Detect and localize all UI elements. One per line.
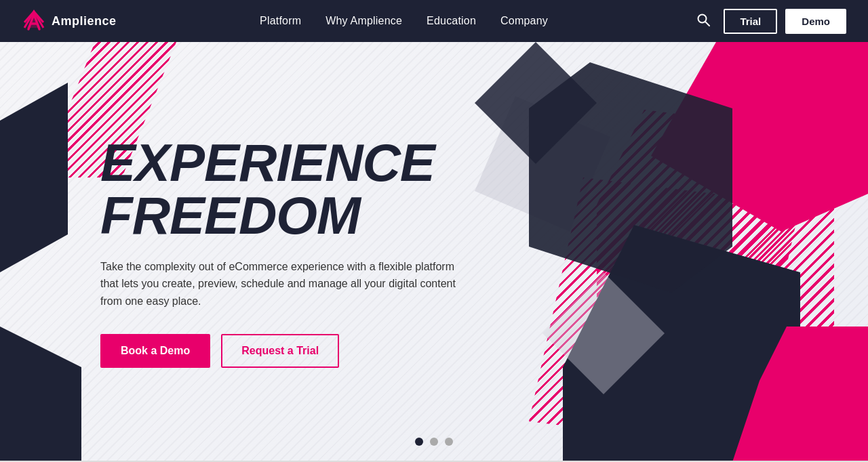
hero-content: EXPERIENCE FREEDOM Take the complexity o… [100,136,575,369]
nav-link-platform[interactable]: Platform [260,15,301,27]
svg-line-3 [705,22,709,26]
carousel-dot-1[interactable] [415,438,423,446]
hero-section: EXPERIENCE FREEDOM Take the complexity o… [0,42,868,462]
nav-actions: Trial Demo [691,9,846,34]
nav-link-education[interactable]: Education [427,15,476,27]
nav-link-why-amplience[interactable]: Why Amplience [326,15,402,27]
nav-links: Platform Why Amplience Education Company [260,15,548,27]
navbar: Amplience Platform Why Amplience Educati… [0,0,868,42]
carousel-dots [415,438,453,446]
hero-buttons: Book a Demo Request a Trial [100,334,575,368]
logo[interactable]: Amplience [22,9,117,33]
logo-text: Amplience [52,14,117,28]
hero-headline: EXPERIENCE FREEDOM [100,136,575,242]
demo-button[interactable]: Demo [785,9,846,34]
hero-subtext: Take the complexity out of eCommerce exp… [100,258,460,310]
trial-button[interactable]: Trial [724,9,777,34]
search-icon [696,13,710,26]
carousel-dot-2[interactable] [430,438,438,446]
carousel-dot-3[interactable] [445,438,453,446]
request-trial-button[interactable]: Request a Trial [221,334,339,368]
book-demo-button[interactable]: Book a Demo [100,334,210,368]
search-button[interactable] [691,10,715,33]
nav-link-company[interactable]: Company [500,15,548,27]
logo-icon [22,9,46,33]
